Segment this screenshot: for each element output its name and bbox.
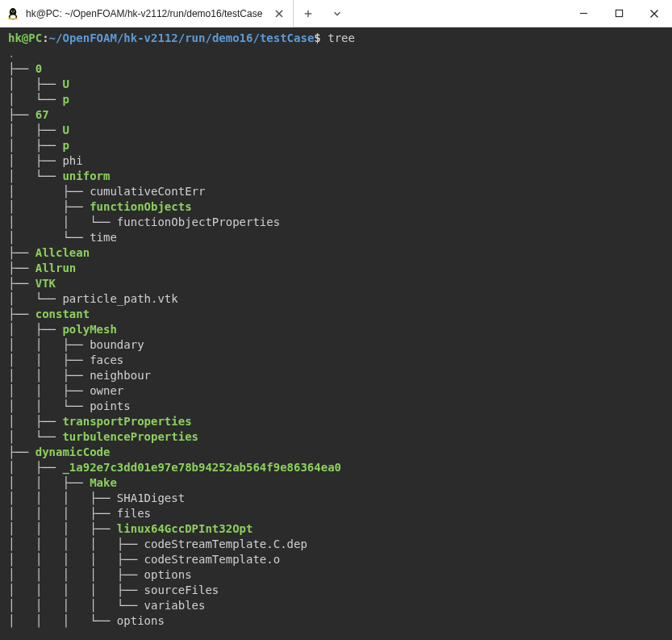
tree-entry: dynamicCode: [35, 445, 111, 458]
tree-entry: p: [62, 93, 69, 106]
prompt-userhost: hk@PC: [8, 31, 42, 44]
tab-title: hk@PC: ~/OpenFOAM/hk-v2112/run/demo16/te…: [26, 8, 262, 19]
tree-entry: 67: [35, 108, 49, 121]
tree-entry: owner: [90, 384, 123, 397]
tree-branch: │ │ ├──: [8, 476, 90, 489]
tree-entry: polyMesh: [62, 323, 116, 336]
tree-branch: │ ├──: [8, 415, 62, 428]
tree-branch: │ │ ├──: [8, 384, 90, 397]
tree-branch: │ ├──: [8, 154, 62, 167]
tree-branch: │ │ │ │ ├──: [8, 538, 144, 550]
tree-entry: linux64GccDPInt32Opt: [117, 522, 253, 535]
tree-branch: │ ├──: [8, 461, 62, 474]
close-tab-icon[interactable]: [273, 8, 285, 19]
tree-entry: transportProperties: [62, 415, 191, 428]
tree-branch: │ ├──: [8, 323, 62, 336]
tree-branch: │ ├──: [8, 77, 62, 90]
tree-entry: p: [62, 139, 69, 152]
tree-entry: VTK: [35, 277, 56, 290]
tree-branch: ├──: [8, 261, 35, 274]
tree-entry: codeStreamTemplate.C.dep: [144, 538, 307, 550]
tree-entry: Allrun: [35, 261, 77, 274]
new-tab-button[interactable]: [294, 0, 323, 27]
tree-branch: │ │ │ ├──: [8, 507, 117, 520]
tree-branch: │ │ │ │ ├──: [8, 568, 144, 581]
tree-branch: │ │ │ ├──: [8, 492, 117, 504]
tree-entry: Allclean: [35, 246, 90, 259]
tux-icon: [6, 7, 19, 20]
titlebar-spacer: [352, 0, 566, 27]
maximize-button[interactable]: [601, 0, 637, 27]
svg-point-6: [11, 11, 12, 12]
tree-entry: phi: [62, 154, 82, 167]
tree-branch: ├──: [8, 307, 35, 320]
tree-entry: boundary: [90, 338, 144, 351]
svg-point-7: [14, 11, 15, 12]
tree-entry: files: [117, 507, 151, 520]
tree-entry: sourceFiles: [144, 584, 219, 596]
tree-branch: │ ├──: [8, 139, 62, 152]
window-controls: [566, 0, 672, 27]
title-bar: hk@PC: ~/OpenFOAM/hk-v2112/run/demo16/te…: [0, 0, 672, 27]
svg-point-8: [8, 18, 11, 19]
tree-branch: │ └──: [8, 292, 62, 305]
command-text: tree: [328, 31, 355, 44]
tree-entry: turbulenceProperties: [62, 430, 198, 443]
tree-entry: neighbour: [90, 369, 151, 382]
tree-entry: _1a92e7c3dd01e97e78b94252ab564f9e86364ea…: [62, 461, 341, 474]
tree-entry: U: [62, 77, 69, 90]
tree-body: ├── 0 │ ├── U │ └── p ├── 67 │ ├── U │ ├…: [8, 62, 341, 627]
tree-entry: Make: [90, 476, 117, 489]
tree-entry: uniform: [62, 169, 110, 182]
tree-entry: functionObjectProperties: [117, 215, 280, 228]
svg-rect-15: [616, 10, 622, 16]
tree-branch: │ │ │ │ ├──: [8, 553, 144, 566]
prompt-path: ~/OpenFOAM/hk-v2112/run/demo16/testCase: [49, 31, 315, 44]
tree-branch: ├──: [8, 246, 35, 259]
tree-entry: faces: [90, 353, 123, 366]
tree-branch: │ │ └──: [8, 215, 117, 228]
tree-branch: │ └──: [8, 231, 90, 244]
minimize-button[interactable]: [566, 0, 601, 27]
tree-entry: particle_path.vtk: [62, 292, 177, 305]
tree-branch: │ ├──: [8, 123, 62, 136]
tab-dropdown-button[interactable]: [323, 0, 352, 27]
tree-branch: │ │ ├──: [8, 353, 90, 366]
tree-branch: ├──: [8, 108, 35, 121]
prompt-sep1: :: [42, 31, 48, 44]
tree-entry: constant: [35, 307, 90, 320]
tree-branch: │ ├──: [8, 200, 90, 213]
tree-entry: points: [90, 399, 131, 412]
tree-entry: U: [62, 123, 69, 136]
tree-branch: ├──: [8, 277, 35, 290]
tree-branch: │ │ │ │ ├──: [8, 584, 144, 596]
tree-entry: cumulativeContErr: [90, 185, 205, 198]
prompt-sep2: $: [314, 31, 320, 44]
tree-entry: SHA1Digest: [117, 492, 185, 504]
tree-entry: time: [90, 231, 117, 244]
tree-entry: options: [144, 568, 192, 581]
tree-branch: ├──: [8, 445, 35, 458]
tree-branch: │ │ ├──: [8, 338, 90, 351]
tree-branch: │ └──: [8, 93, 62, 106]
tree-branch: │ │ ├──: [8, 369, 90, 382]
terminal-output[interactable]: hk@PC:~/OpenFOAM/hk-v2112/run/demo16/tes…: [0, 27, 672, 640]
tree-entry: variables: [144, 599, 206, 612]
tree-branch: │ │ └──: [8, 399, 90, 412]
close-window-button[interactable]: [637, 0, 672, 27]
tree-entry: functionObjects: [90, 200, 191, 213]
tree-branch: │ │ │ │ └──: [8, 599, 144, 612]
svg-point-9: [15, 18, 18, 19]
tree-branch: │ │ │ ├──: [8, 522, 117, 535]
tree-entry: codeStreamTemplate.o: [144, 553, 281, 566]
tree-branch: ├──: [8, 62, 35, 75]
terminal-tab[interactable]: hk@PC: ~/OpenFOAM/hk-v2112/run/demo16/te…: [0, 0, 294, 27]
tree-branch: │ └──: [8, 169, 62, 182]
tree-root-dot: .: [8, 47, 15, 60]
tree-entry: options: [117, 614, 165, 627]
tree-branch: │ └──: [8, 430, 62, 443]
tree-entry: 0: [35, 62, 42, 75]
tree-branch: │ │ │ └──: [8, 614, 117, 627]
tree-branch: │ ├──: [8, 185, 90, 198]
